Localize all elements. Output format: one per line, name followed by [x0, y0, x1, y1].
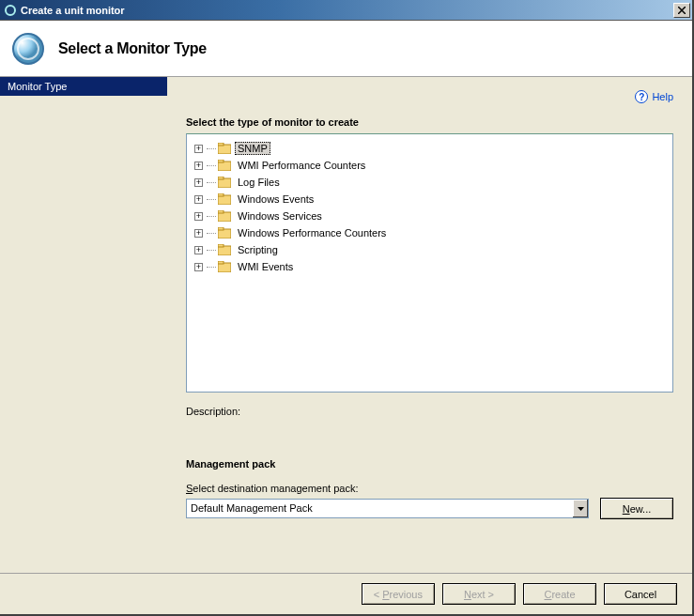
sidebar-item-label: Monitor Type [8, 81, 67, 92]
folder-icon [218, 227, 231, 239]
tree-label: SNMP [235, 142, 270, 155]
app-icon [4, 4, 17, 17]
combo-selected-value: Default Management Pack [187, 500, 572, 517]
wizard-sidebar: Monitor Type [0, 77, 167, 573]
window-title: Create a unit monitor [21, 5, 673, 16]
tree-label: Windows Events [235, 192, 316, 206]
close-button[interactable] [673, 3, 690, 18]
tree-section-label: Select the type of monitor to create [186, 116, 673, 128]
management-pack-header: Management pack [186, 458, 673, 470]
help-label: Help [652, 91, 673, 102]
tree-node-wmi-perf[interactable]: + WMI Performance Counters [191, 157, 669, 174]
svg-rect-14 [218, 210, 224, 213]
management-pack-section: Management pack Select destination manag… [186, 458, 673, 519]
folder-icon [218, 210, 231, 222]
svg-marker-21 [578, 507, 584, 511]
expander-icon[interactable]: + [194, 229, 203, 238]
svg-rect-8 [218, 160, 224, 162]
tree-label: WMI Performance Counters [235, 159, 368, 172]
next-button: Next > [442, 583, 516, 605]
sidebar-item-monitor-type[interactable]: Monitor Type [0, 77, 167, 96]
expander-icon[interactable]: + [194, 212, 203, 221]
management-pack-sublabel: Select destination management pack: [186, 483, 673, 494]
monitor-sphere-icon [9, 30, 47, 68]
page-title: Select a Monitor Type [58, 40, 207, 57]
folder-icon [218, 143, 231, 154]
folder-icon [218, 244, 231, 255]
monitor-type-tree[interactable]: + SNMP + WMI Performance Counters + Log … [186, 133, 673, 393]
management-pack-combo[interactable]: Default Management Pack [186, 499, 589, 518]
tree-node-wmi-events[interactable]: + WMI Events [191, 258, 669, 275]
header-panel: Select a Monitor Type [0, 21, 692, 77]
svg-rect-18 [218, 244, 224, 247]
expander-icon[interactable]: + [194, 246, 203, 254]
tree-node-windows-services[interactable]: + Windows Services [191, 208, 669, 224]
description-label: Description: [186, 406, 673, 417]
tree-node-windows-events[interactable]: + Windows Events [191, 191, 669, 208]
svg-rect-12 [218, 193, 224, 196]
svg-rect-16 [218, 227, 224, 230]
expander-icon[interactable]: + [194, 162, 203, 170]
tree-label: WMI Events [235, 260, 296, 273]
help-link[interactable]: ? Help [635, 90, 673, 103]
folder-icon [218, 261, 231, 272]
folder-icon [218, 160, 231, 171]
tree-label: Windows Services [235, 209, 325, 223]
new-management-pack-button[interactable]: NNew...ew... [600, 498, 673, 519]
tree-node-windows-perf[interactable]: + Windows Performance Counters [191, 224, 669, 241]
svg-rect-20 [218, 261, 224, 264]
svg-rect-6 [218, 143, 224, 146]
expander-icon[interactable]: + [194, 145, 203, 153]
expander-icon[interactable]: + [194, 195, 203, 204]
expander-icon[interactable]: + [194, 263, 203, 271]
expander-icon[interactable]: + [194, 178, 203, 187]
tree-label: Scripting [235, 243, 281, 256]
tree-node-scripting[interactable]: + Scripting [191, 241, 669, 258]
folder-icon [218, 193, 231, 205]
folder-icon [218, 177, 231, 188]
svg-point-0 [6, 6, 15, 15]
titlebar: Create a unit monitor [0, 0, 692, 21]
previous-button: < Previous [362, 583, 435, 605]
create-button: Create [523, 583, 596, 605]
svg-rect-10 [218, 177, 224, 179]
tree-node-snmp[interactable]: + SNMP [191, 140, 669, 157]
content-area: ? Help Select the type of monitor to cre… [167, 77, 692, 573]
tree-label: Windows Performance Counters [235, 226, 389, 239]
combo-dropdown-button[interactable] [572, 500, 588, 517]
cancel-button[interactable]: Cancel [604, 583, 677, 605]
wizard-button-bar: < Previous Next > Create Cancel [0, 573, 692, 614]
help-icon: ? [635, 90, 648, 103]
tree-node-log-files[interactable]: + Log Files [191, 174, 669, 191]
tree-label: Log Files [235, 176, 283, 189]
